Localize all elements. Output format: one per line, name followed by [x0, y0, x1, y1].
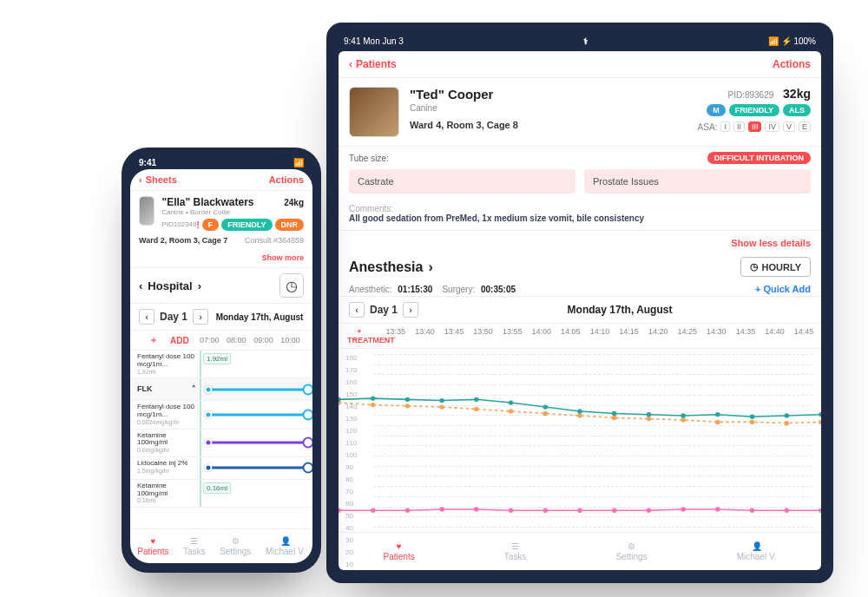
phone-patient-weight: 24kg: [284, 198, 304, 207]
med-track[interactable]: [200, 401, 312, 428]
med-track[interactable]: 1.92ml: [200, 351, 312, 377]
chevron-up-icon: ˄: [192, 385, 196, 394]
svg-point-19: [474, 397, 479, 402]
svg-point-29: [819, 412, 821, 417]
day-prev-button[interactable]: ‹: [349, 302, 365, 318]
add-treatment-link[interactable]: + TREATMENT: [347, 327, 372, 344]
asa-i[interactable]: I: [720, 121, 730, 132]
time-slot: 13:45: [442, 327, 466, 344]
procedure-box-1: Castrate: [349, 169, 575, 194]
heart-icon: ♥: [397, 541, 402, 551]
svg-point-30: [339, 508, 341, 513]
med-label: Lidocaine inj 2%1.5mg/kg/hr: [130, 457, 200, 479]
patient-species: Canine: [410, 103, 687, 113]
patient-card: "Ted" Cooper Canine Ward 4, Room 3, Cage…: [339, 78, 821, 147]
hospital-link[interactable]: ‹ Hospital ›: [139, 279, 201, 292]
list-icon: ☰: [511, 541, 519, 551]
hourly-button[interactable]: ◷ HOURLY: [740, 257, 811, 277]
svg-point-33: [439, 507, 444, 511]
day-next-button[interactable]: ›: [403, 302, 418, 318]
svg-point-44: [819, 508, 821, 513]
patient-location: Ward 4, Room 3, Cage 8: [410, 120, 687, 130]
svg-point-39: [647, 508, 652, 513]
badge-friendly: FRIENDLY: [729, 104, 779, 116]
dose-box: 1.92ml: [203, 353, 231, 364]
phone-device: 9:41 📶 ‹ Sheets Actions "Ella" Blackwate…: [122, 148, 321, 573]
back-patients-link[interactable]: ‹ Patients: [349, 58, 397, 70]
anesthetic-time: 01:15:30: [398, 285, 432, 294]
med-track[interactable]: [200, 457, 312, 479]
time-slot: 13:35: [384, 327, 408, 344]
svg-point-16: [371, 396, 376, 400]
patient-name: "Ted" Cooper: [410, 87, 687, 102]
phone-tab-settings[interactable]: ⚙ Settings: [220, 536, 251, 556]
tab-user[interactable]: 👤 Michael V.: [737, 541, 777, 561]
svg-point-42: [750, 508, 755, 513]
surgery-time: 00:35:05: [481, 285, 516, 294]
svg-point-40: [681, 507, 686, 511]
time-slot: 14:35: [733, 327, 758, 344]
badge-dnr: DNR: [275, 219, 305, 231]
tablet-status-bar: 9:41 Mon Jun 3 ⚕ 📶 ⚡ 100%: [339, 36, 821, 51]
signal-icon: 📶: [293, 158, 304, 167]
date-label: Monday 17th, August: [429, 304, 811, 316]
tab-tasks[interactable]: ☰ Tasks: [504, 541, 527, 561]
svg-point-35: [509, 508, 514, 513]
list-icon: ☰: [190, 536, 198, 546]
med-row: Fentanyl dose 100 mcg/1m...1.92ml1.92ml: [130, 351, 312, 378]
svg-point-8: [612, 416, 617, 420]
med-row: Fentanyl dose 100 mcg/1m...0.0024mg/kg/h…: [130, 401, 312, 429]
alert-icon: !: [196, 220, 199, 230]
tablet-device: 9:41 Mon Jun 3 ⚕ 📶 ⚡ 100% ‹ Patients Act…: [326, 23, 833, 583]
asa-iii[interactable]: III: [748, 121, 762, 132]
phone-table-head: ＋ + ADDADD 07:00 08:00 09:00 10:00: [130, 331, 312, 351]
tablet-day-bar: ‹ Day 1 › Monday 17th, August: [339, 296, 821, 324]
back-sheets-link[interactable]: ‹ Sheets: [139, 174, 177, 185]
time-slot: 14:20: [646, 327, 670, 344]
anesthesia-title: Anesthesia ›: [349, 259, 433, 275]
med-track[interactable]: [200, 430, 312, 456]
quick-add-link[interactable]: + Quick Add: [755, 284, 811, 294]
time-slot: 14:10: [588, 327, 612, 344]
med-label: FLK˄: [130, 378, 200, 400]
gear-icon: ⚙: [628, 541, 635, 551]
status-time: 9:41 Mon Jun 3: [344, 36, 404, 46]
show-less-link[interactable]: Show less details: [731, 238, 811, 248]
tablet-header: ‹ Patients Actions: [339, 51, 821, 78]
phone-day-prev[interactable]: ‹: [139, 309, 155, 325]
time-slot: 13:50: [471, 327, 496, 344]
med-label: Ketamine 100mg/ml0.16ml: [130, 480, 200, 507]
svg-point-31: [371, 508, 376, 513]
show-more-link[interactable]: Show more: [261, 253, 304, 262]
clock-button[interactable]: ◷: [279, 273, 304, 298]
asa-iv[interactable]: IV: [765, 121, 779, 132]
phone-consult: Consult #364859: [245, 236, 304, 245]
asa-v[interactable]: V: [783, 121, 795, 132]
svg-point-43: [785, 508, 790, 513]
time-slot: 14:30: [705, 327, 729, 344]
phone-tabbar: ♥ Patients ☰ Tasks ⚙ Settings 👤 Michael …: [130, 528, 312, 563]
procedure-box-2: Prostate Issues: [584, 169, 811, 194]
phone-tab-tasks[interactable]: ☰ Tasks: [183, 536, 206, 556]
phone-notch: [182, 148, 260, 161]
tab-settings[interactable]: ⚙ Settings: [615, 541, 647, 561]
time-slot: 14:05: [559, 327, 583, 344]
med-track[interactable]: 0.16ml: [200, 480, 312, 507]
tab-patients[interactable]: ♥ Patients: [384, 541, 415, 561]
svg-point-12: [750, 420, 755, 424]
phone-tab-patients[interactable]: ♥ Patients: [137, 536, 168, 556]
add-button[interactable]: ＋ + ADDADD: [139, 334, 196, 346]
phone-patient-photo: [139, 196, 155, 226]
med-row: Lidocaine inj 2%1.5mg/kg/hr: [130, 457, 312, 480]
phone-day-next[interactable]: ›: [193, 309, 208, 325]
asa-ii[interactable]: II: [733, 121, 745, 132]
phone-tab-user[interactable]: 👤 Michael V.: [266, 536, 306, 556]
med-track[interactable]: [200, 378, 312, 400]
asa-e[interactable]: E: [799, 121, 811, 132]
phone-actions-link[interactable]: Actions: [269, 174, 304, 185]
svg-point-10: [681, 417, 686, 422]
gear-icon: ⚙: [232, 536, 240, 546]
phone-patient-location: Ward 2, Room 3, Cage 7: [139, 236, 227, 245]
actions-link[interactable]: Actions: [773, 58, 811, 70]
time-header: + TREATMENT 13:3513:4013:4513:5013:5514:…: [339, 324, 821, 349]
